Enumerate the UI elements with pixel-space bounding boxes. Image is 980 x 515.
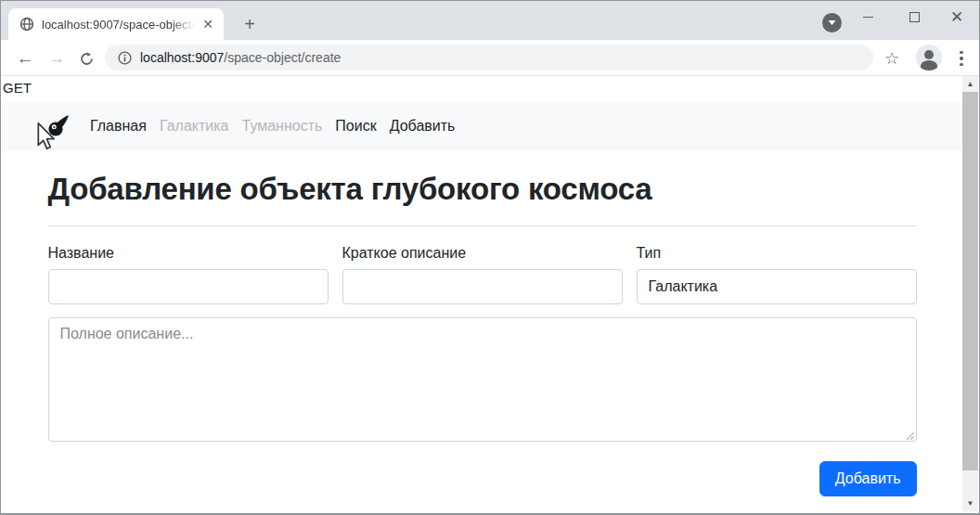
browser-tab[interactable]: localhost:9007/space-object/crea ✕ (8, 8, 224, 40)
nav-item-galaxy[interactable]: Галактика (160, 118, 229, 135)
site-navbar: Главная Галактика Туманность Поиск Добав… (2, 101, 962, 151)
tab-title: localhost:9007/space-object/crea (42, 18, 200, 32)
nav-item-home[interactable]: Главная (90, 118, 147, 135)
short-desc-field-group: Краткое описание (342, 245, 623, 304)
browser-toolbar: ← → localhost:9007/space-object/create ☆ (1, 40, 979, 76)
short-desc-label: Краткое описание (342, 245, 623, 262)
debug-get-text: GET (3, 80, 962, 98)
divider (48, 225, 917, 226)
browser-window: localhost:9007/space-object/crea ✕ + ✕ ←… (0, 0, 980, 515)
globe-icon (19, 17, 34, 32)
maximize-icon (909, 12, 920, 22)
window-minimize-button[interactable] (847, 5, 888, 29)
name-label: Название (48, 245, 329, 262)
bookmark-star-icon[interactable]: ☆ (880, 46, 904, 71)
window-maximize-button[interactable] (894, 5, 935, 29)
comet-logo-icon[interactable] (46, 114, 71, 138)
url-display: localhost:9007/space-object/create (140, 50, 341, 65)
name-input[interactable] (48, 269, 329, 304)
page-title: Добавление объекта глубокого космоса (48, 172, 917, 207)
address-bar[interactable]: localhost:9007/space-object/create (105, 45, 873, 71)
info-icon[interactable] (118, 51, 132, 65)
forward-button: → (45, 46, 69, 71)
minimize-icon (863, 17, 873, 18)
form-container: Добавление объекта глубокого космоса Наз… (48, 172, 917, 496)
url-host: localhost:9007 (140, 50, 224, 65)
avatar-head (924, 50, 934, 59)
nav-item-search[interactable]: Поиск (335, 118, 376, 135)
chevron-down-circle-icon[interactable] (822, 13, 842, 32)
page-content: GET Главная Галактика Туманность Поиск Д… (2, 76, 962, 511)
nav-item-add[interactable]: Добавить (390, 118, 456, 135)
name-field-group: Название (48, 245, 329, 304)
nav-item-nebula[interactable]: Туманность (242, 118, 323, 135)
full-desc-textarea[interactable] (48, 317, 917, 442)
tab-close-icon[interactable]: ✕ (200, 16, 216, 32)
window-close-button[interactable]: ✕ (936, 5, 977, 29)
profile-avatar-icon[interactable] (916, 45, 942, 71)
url-path: /space-object/create (224, 50, 341, 65)
new-tab-button[interactable]: + (239, 13, 261, 35)
avatar-body (921, 60, 937, 71)
three-dot-menu-icon[interactable] (951, 46, 972, 71)
submit-button[interactable]: Добавить (819, 461, 917, 496)
form-actions: Добавить (48, 461, 917, 496)
scroll-up-icon[interactable]: ▲ (962, 76, 978, 92)
reload-icon[interactable] (74, 46, 98, 71)
full-desc-wrap (48, 317, 917, 445)
type-select[interactable]: Галактика (637, 269, 917, 304)
short-desc-input[interactable] (342, 269, 623, 304)
scrollbar-thumb[interactable] (962, 92, 978, 470)
back-button[interactable]: ← (13, 46, 37, 71)
scroll-down-icon[interactable]: ▼ (962, 496, 978, 511)
type-field-group: Тип Галактика (637, 245, 917, 304)
fields-row: Название Краткое описание Тип Галактика (48, 245, 917, 304)
type-label: Тип (637, 245, 917, 262)
tab-strip: localhost:9007/space-object/crea ✕ + ✕ (1, 1, 979, 40)
resize-grip-icon[interactable] (905, 431, 914, 440)
vertical-scrollbar[interactable]: ▲ ▼ (962, 76, 978, 511)
